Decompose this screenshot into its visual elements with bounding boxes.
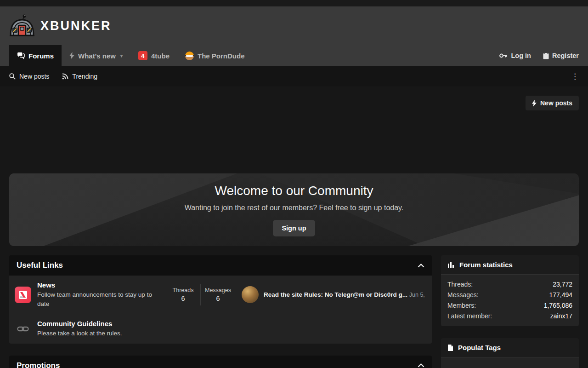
auth-links: Log in Register xyxy=(499,45,579,66)
register-label: Register xyxy=(552,52,579,59)
bolt-icon xyxy=(69,52,74,59)
tab-forums-label: Forums xyxy=(28,52,54,60)
new-posts-button-label: New posts xyxy=(540,99,572,107)
welcome-banner: Welcome to our Community Wanting to join… xyxy=(9,173,579,246)
popular-tags-header: Populat Tags xyxy=(441,338,579,357)
tab-4tube[interactable]: 4 4tube xyxy=(130,45,177,66)
popular-tags-block: Populat Tags xyxy=(441,338,579,368)
tab-4tube-label: 4tube xyxy=(151,52,170,60)
avatar[interactable] xyxy=(242,286,259,303)
forum-statistics-header: Forum statistics xyxy=(441,255,579,275)
stat-label: Messages: xyxy=(447,290,479,300)
stat-value-latest-member[interactable]: zainx17 xyxy=(550,311,572,322)
node-text: News Follow team announcements to stay u… xyxy=(37,281,158,308)
brand-title[interactable]: XBUNKER xyxy=(40,19,112,33)
banner-title: Welcome to our Community xyxy=(185,184,404,198)
useful-links-title: Useful Links xyxy=(17,261,63,270)
login-label: Log in xyxy=(511,52,531,59)
forum-node-guidelines: Community Guidelines Please take a look … xyxy=(9,314,432,344)
main-content: New posts Welcome to our Community Wanti… xyxy=(0,86,588,368)
forum-statistics-block: Forum statistics Threads: 23,772 Message… xyxy=(441,255,579,326)
main-column: Useful Links Ne xyxy=(9,255,432,368)
popular-tags-body xyxy=(441,357,579,368)
node-description: Follow team announcements to stay up to … xyxy=(37,290,158,308)
threads-label: Threads xyxy=(166,287,200,293)
forum-node-news: News Follow team announcements to stay u… xyxy=(9,276,432,314)
chevron-down-icon: ▾ xyxy=(120,53,123,58)
toolbar: New posts xyxy=(9,96,579,110)
useful-links-block: Useful Links Ne xyxy=(9,255,432,344)
columns: Useful Links Ne xyxy=(9,255,579,368)
top-strip xyxy=(0,0,588,6)
link-icon-wrap xyxy=(15,326,31,332)
subnav: New posts Trending ⋮ xyxy=(0,66,588,86)
login-link[interactable]: Log in xyxy=(499,52,531,59)
latest-line: Read the site Rules: No Telegr@m or Disc… xyxy=(264,291,426,298)
forum-statistics-body: Threads: 23,772 Messages: 177,494 Member… xyxy=(441,275,579,326)
sidebar: Forum statistics Threads: 23,772 Message… xyxy=(441,255,579,368)
site-header: XBUNKER Forums What's new ▾ 4 4tube Th xyxy=(0,6,588,66)
subnav-new-posts[interactable]: New posts xyxy=(9,73,49,80)
tab-forums[interactable]: Forums xyxy=(9,45,62,66)
promotions-block: Promotions xyxy=(9,356,432,368)
overflow-menu-icon[interactable]: ⋮ xyxy=(571,73,579,80)
stat-label: Threads: xyxy=(447,279,473,290)
main-nav: Forums What's new ▾ 4 4tube The PornDude xyxy=(9,45,579,66)
node-title-guidelines[interactable]: Community Guidelines xyxy=(37,320,158,328)
chevron-up-icon[interactable] xyxy=(418,363,424,368)
messages-value: 6 xyxy=(201,295,235,302)
tab-porndude-label: The PornDude xyxy=(198,52,245,60)
stat-row-latest-member: Latest member: zainx17 xyxy=(447,311,572,322)
porndude-icon xyxy=(185,52,194,60)
bunker-logo-icon[interactable] xyxy=(9,14,35,37)
popular-tags-title: Populat Tags xyxy=(458,344,501,351)
promotions-header[interactable]: Promotions xyxy=(9,356,432,368)
node-text: Community Guidelines Please take a look … xyxy=(37,320,158,338)
stat-value: 177,494 xyxy=(549,290,572,300)
banner-subtitle: Wanting to join the rest of our members?… xyxy=(185,204,404,212)
stat-row-members: Members: 1,765,086 xyxy=(447,300,572,311)
new-posts-button[interactable]: New posts xyxy=(526,96,579,110)
threads-stat: Threads 6 xyxy=(166,287,200,302)
useful-links-header[interactable]: Useful Links xyxy=(9,255,432,276)
tab-whats-new[interactable]: What's new ▾ xyxy=(62,45,130,66)
tab-porndude[interactable]: The PornDude xyxy=(177,45,253,66)
tab-whats-new-label: What's new xyxy=(78,52,116,60)
latest-post-title[interactable]: Read the site Rules: No Telegr@m or Disc… xyxy=(264,291,407,298)
link-icon xyxy=(17,326,29,332)
news-icon xyxy=(15,287,31,303)
threads-value: 6 xyxy=(166,295,200,302)
subnav-new-posts-label: New posts xyxy=(19,73,49,80)
stat-label: Latest member: xyxy=(447,311,492,322)
brand-row: XBUNKER xyxy=(9,6,579,45)
messages-label: Messages xyxy=(201,287,235,293)
latest-post: Read the site Rules: No Telegr@m or Disc… xyxy=(242,286,426,303)
rss-icon xyxy=(62,73,68,80)
stat-row-threads: Threads: 23,772 xyxy=(447,279,572,290)
promotions-title: Promotions xyxy=(17,361,60,368)
bolt-icon xyxy=(532,100,537,107)
messages-stat: Messages 6 xyxy=(201,287,235,302)
key-icon xyxy=(499,53,508,58)
register-icon xyxy=(543,52,549,59)
subnav-trending[interactable]: Trending xyxy=(62,73,97,80)
forums-icon xyxy=(17,52,25,59)
bar-chart-icon xyxy=(447,261,455,268)
chevron-up-icon[interactable] xyxy=(418,264,424,268)
stat-value: 1,765,086 xyxy=(544,300,572,311)
sign-up-button[interactable]: Sign up xyxy=(273,220,315,236)
forum-statistics-title: Forum statistics xyxy=(459,261,513,269)
stat-label: Members: xyxy=(447,300,476,311)
node-stats: Threads 6 Messages 6 xyxy=(166,284,235,305)
stat-row-messages: Messages: 177,494 xyxy=(447,290,572,300)
node-title-news[interactable]: News xyxy=(37,281,158,289)
search-icon xyxy=(9,73,16,80)
subnav-trending-label: Trending xyxy=(72,73,97,80)
document-icon xyxy=(447,344,453,351)
stat-value: 23,772 xyxy=(553,279,572,290)
4tube-icon: 4 xyxy=(138,51,147,60)
node-description: Please take a look at the rules. xyxy=(37,329,158,338)
banner-content: Welcome to our Community Wanting to join… xyxy=(185,184,404,236)
register-link[interactable]: Register xyxy=(543,52,579,59)
latest-post-meta: Jun 5, 2024 · ... xyxy=(409,292,426,298)
